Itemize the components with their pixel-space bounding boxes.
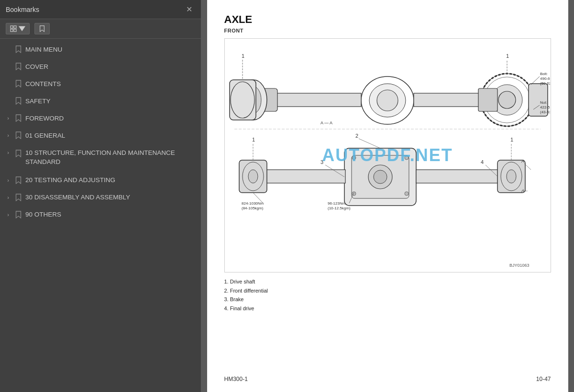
svg-text:(10-12.5kgm): (10-12.5kgm) xyxy=(328,206,351,210)
legend-item-1: 1. Drive shaft xyxy=(224,277,551,286)
svg-point-7 xyxy=(377,90,398,111)
no-arrow-safety xyxy=(5,98,11,104)
diagram-box: 1 1 A — A Bolt: 490-608Nm (50-62kgm) Nut… xyxy=(224,38,551,272)
sidebar-item-contents[interactable]: CONTENTS xyxy=(0,75,201,92)
page-view: AXLE FRONT xyxy=(207,0,568,392)
svg-text:96-123Nm: 96-123Nm xyxy=(328,201,346,206)
arrow-20-testing: › xyxy=(5,177,11,183)
bookmark-icon xyxy=(39,25,45,32)
sidebar-item-safety[interactable]: SAFETY xyxy=(0,92,201,109)
svg-text:(84-105kgm): (84-105kgm) xyxy=(242,206,264,210)
bookmark-view-button[interactable] xyxy=(34,23,50,34)
svg-rect-3 xyxy=(14,29,16,32)
bookmark-icon-main-menu xyxy=(15,45,22,53)
svg-text:824-1030Nm: 824-1030Nm xyxy=(242,201,264,206)
sidebar-item-label-foreword: FOREWORD xyxy=(25,115,195,122)
svg-rect-44 xyxy=(263,170,345,183)
sidebar-item-label-cover: COVER xyxy=(25,63,195,70)
sidebar-title: Bookmarks xyxy=(6,6,39,13)
arrow-90-others: › xyxy=(5,212,11,218)
svg-text:1: 1 xyxy=(242,53,244,59)
sidebar-header: Bookmarks ✕ xyxy=(0,0,201,19)
bookmark-icon-90-others xyxy=(15,211,22,218)
bookmark-list: MAIN MENU COVER CONTENTS SAFETY xyxy=(0,39,201,392)
svg-point-41 xyxy=(405,192,408,196)
svg-text:4: 4 xyxy=(481,159,484,165)
bookmark-icon-01-general xyxy=(15,131,22,139)
close-button[interactable]: ✕ xyxy=(183,4,195,15)
footer-left: HM300-1 xyxy=(224,376,248,382)
svg-text:490-608Nm: 490-608Nm xyxy=(540,76,550,81)
arrow-01-general: › xyxy=(5,132,11,138)
bookmark-icon-cover xyxy=(15,63,22,70)
page-title: AXLE xyxy=(224,13,551,26)
bookmark-icon-contents xyxy=(15,80,22,87)
diagram-legend: 1. Drive shaft 2. Front differential 3. … xyxy=(224,277,551,313)
svg-rect-19 xyxy=(414,93,481,107)
svg-rect-0 xyxy=(11,26,13,28)
expand-all-button[interactable] xyxy=(6,23,30,34)
svg-text:Nut:: Nut: xyxy=(540,100,547,105)
svg-text:1: 1 xyxy=(506,53,509,59)
sidebar-item-label-01-general: 01 GENERAL xyxy=(25,132,195,139)
arrow-10-structure: › xyxy=(5,150,11,155)
bookmark-icon-10-structure xyxy=(15,150,22,157)
arrow-30-disassembly: › xyxy=(5,195,11,200)
sidebar-item-cover[interactable]: COVER xyxy=(0,58,201,75)
page-footer: HM300-1 10-47 xyxy=(224,372,551,382)
sidebar-item-10-structure[interactable]: › 10 STRUCTURE, FUNCTION AND MAINTENANCE… xyxy=(0,144,201,172)
svg-point-18 xyxy=(498,91,516,109)
svg-rect-20 xyxy=(478,88,497,111)
svg-text:422-520Nm: 422-520Nm xyxy=(540,105,550,109)
sidebar-item-label-10-structure: 10 STRUCTURE, FUNCTION AND MAINTENANCE S… xyxy=(25,149,195,167)
svg-text:(50-62kgm): (50-62kgm) xyxy=(540,81,550,86)
svg-rect-8 xyxy=(273,93,361,107)
svg-text:A — A: A — A xyxy=(320,120,332,125)
legend-item-4: 4. Final drive xyxy=(224,304,551,313)
svg-text:A: A xyxy=(521,159,524,163)
page-subtitle: FRONT xyxy=(224,28,551,33)
bookmark-icon-30-disassembly xyxy=(15,194,22,201)
svg-text:1: 1 xyxy=(510,137,513,142)
svg-point-51 xyxy=(507,170,516,183)
svg-rect-12 xyxy=(230,80,256,120)
no-arrow-contents xyxy=(5,81,11,87)
svg-marker-4 xyxy=(19,26,25,32)
sidebar-item-01-general[interactable]: › 01 GENERAL xyxy=(0,127,201,144)
bookmark-icon-20-testing xyxy=(15,176,22,184)
main-content: AXLE FRONT xyxy=(201,0,574,392)
sidebar-item-label-main-menu: MAIN MENU xyxy=(25,46,195,53)
sidebar-item-foreword[interactable]: › FOREWORD xyxy=(0,109,201,127)
legend-item-3: 3. Brake xyxy=(224,295,551,304)
svg-point-47 xyxy=(248,170,258,183)
legend-item-2: 2. Front differential xyxy=(224,286,551,295)
arrow-foreword: › xyxy=(5,115,11,121)
svg-text:3: 3 xyxy=(320,159,323,165)
svg-point-43 xyxy=(374,170,387,184)
svg-text:Bolt:: Bolt: xyxy=(540,72,548,76)
sidebar-item-label-90-others: 90 OTHERS xyxy=(25,211,195,218)
svg-text:(43-53kgm): (43-53kgm) xyxy=(540,110,550,114)
bookmark-icon-safety xyxy=(15,97,22,105)
bookmark-icon-foreword xyxy=(15,114,22,122)
sidebar-item-main-menu[interactable]: MAIN MENU xyxy=(0,41,201,58)
svg-point-40 xyxy=(352,192,356,196)
expand-grid-icon xyxy=(10,25,17,32)
axle-diagram: 1 1 A — A Bolt: 490-608Nm (50-62kgm) Nut… xyxy=(225,41,550,270)
sidebar-item-label-safety: SAFETY xyxy=(25,98,195,105)
svg-point-39 xyxy=(405,156,408,160)
dropdown-arrow-icon xyxy=(19,25,25,32)
sidebar-item-label-contents: CONTENTS xyxy=(25,80,195,87)
sidebar-toolbar xyxy=(0,19,201,39)
svg-point-38 xyxy=(352,156,356,160)
diagram-ref: BJY01063 xyxy=(509,263,530,268)
svg-text:A←: A← xyxy=(521,188,529,193)
svg-rect-1 xyxy=(14,26,16,28)
sidebar-item-label-20-testing: 20 TESTING AND ADJUSTING xyxy=(25,176,195,184)
sidebar-item-90-others[interactable]: › 90 OTHERS xyxy=(0,206,201,223)
sidebar-item-30-disassembly[interactable]: › 30 DISASSEMBLY AND ASSEMBLY xyxy=(0,189,201,206)
svg-line-54 xyxy=(359,139,380,148)
svg-rect-48 xyxy=(416,170,500,183)
sidebar-item-20-testing[interactable]: › 20 TESTING AND ADJUSTING xyxy=(0,172,201,189)
svg-rect-2 xyxy=(11,29,13,32)
